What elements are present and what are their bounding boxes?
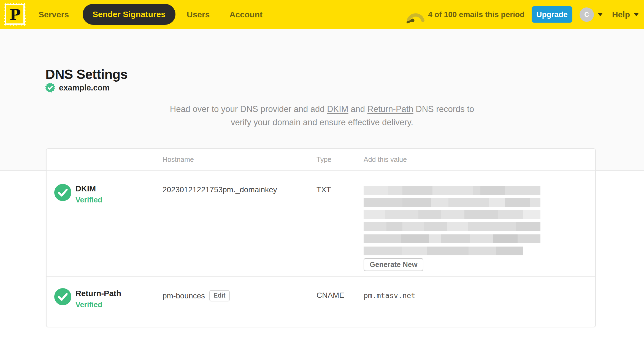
nav-item-users[interactable]: Users [187, 0, 210, 29]
column-header-hostname: Hostname [163, 156, 194, 164]
record-name: DKIM [75, 184, 96, 193]
table-row-divider [47, 276, 595, 277]
postmark-logo[interactable]: P [4, 3, 26, 26]
record-status: Verified [75, 196, 102, 204]
dkim-link[interactable]: DKIM [327, 104, 348, 114]
record-name: Return-Path [75, 289, 121, 298]
svg-text:P: P [10, 6, 21, 24]
column-header-type: Type [316, 156, 331, 164]
description-text: Head over to your DNS provider and add [170, 104, 327, 114]
redacted-bar [364, 186, 540, 195]
help-menu[interactable]: Help [612, 0, 639, 29]
record-hostname: 20230121221753pm._domainkey [163, 185, 277, 194]
gauge-icon [407, 8, 425, 24]
dns-records-table: Hostname Type Add this value DKIM Verifi… [46, 148, 596, 327]
column-header-value: Add this value [364, 156, 407, 164]
upgrade-button[interactable]: Upgrade [532, 6, 572, 23]
redacted-bar [364, 210, 540, 219]
redacted-bar [364, 234, 540, 243]
chevron-down-icon [634, 13, 639, 16]
return-path-link[interactable]: Return-Path [367, 104, 413, 114]
verified-check-icon [54, 288, 71, 305]
page-title: DNS Settings [45, 67, 128, 82]
nav-item-servers[interactable]: Servers [39, 0, 69, 29]
redacted-bar [364, 198, 540, 207]
usage-counter: 4 of 100 emails this period [428, 0, 524, 29]
generate-new-button[interactable]: Generate New [364, 258, 423, 271]
help-label: Help [612, 10, 630, 19]
table-header-divider [47, 170, 595, 171]
redacted-bar [364, 222, 540, 231]
description-text: and [348, 104, 367, 114]
edit-button[interactable]: Edit [209, 290, 229, 301]
description-text-line2: verify your domain and ensure effective … [231, 117, 413, 127]
description-text: DNS records to [413, 104, 474, 114]
page-description: Head over to your DNS provider and add D… [0, 103, 644, 129]
record-type: CNAME [316, 291, 344, 300]
nav-item-sender-signatures[interactable]: Sender Signatures [83, 4, 175, 25]
record-hostname: pm-bounces [163, 291, 205, 300]
record-hostname-row: pm-bounces Edit [163, 290, 230, 301]
verified-check-icon [54, 184, 71, 201]
record-value: pm.mtasv.net [364, 291, 415, 300]
nav-item-account[interactable]: Account [229, 0, 263, 29]
domain-name: example.com [59, 83, 110, 92]
postmark-stamp-icon: P [4, 3, 26, 26]
postmark-dns-settings-screen: P Servers Sender Signatures Users Accoun… [0, 0, 644, 337]
account-menu[interactable]: C [580, 0, 603, 29]
top-navbar: P Servers Sender Signatures Users Accoun… [0, 0, 644, 29]
chevron-down-icon [598, 13, 603, 16]
redacted-bar [364, 247, 523, 255]
record-type: TXT [316, 185, 331, 194]
record-status: Verified [75, 301, 102, 309]
dkim-redacted-value [364, 186, 540, 259]
verified-seal-icon [45, 82, 56, 93]
avatar[interactable]: C [580, 7, 594, 22]
domain-row: example.com [45, 82, 110, 93]
